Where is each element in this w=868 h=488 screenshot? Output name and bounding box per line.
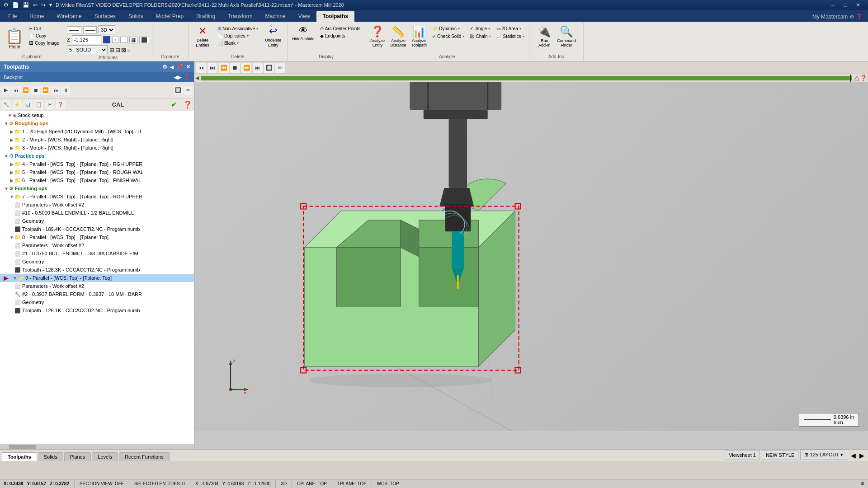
tree-item-op9-params[interactable]: ⬜ Parameters - Work offset #2 [0, 282, 194, 290]
bp-step-fwd-button[interactable]: ⏭ [51, 86, 60, 95]
tree-item-stock[interactable]: ▼ ◆ Stock setup [0, 111, 194, 119]
arc-center-button[interactable]: ⊙ Arc Center Points [318, 25, 362, 32]
tab-modelprep[interactable]: Model Prep [150, 11, 190, 22]
tree-item-op8-params[interactable]: ⬜ Parameters - Work offset #2 [0, 241, 194, 249]
delete-entities-button[interactable]: ✕ DeleteEntities [191, 24, 214, 49]
accept-button[interactable]: ✔ [171, 100, 177, 109]
tab-drafting[interactable]: Drafting [190, 11, 222, 22]
z-input[interactable] [72, 35, 101, 44]
tree-item-op9[interactable]: ▶ ▼ 📁 9 - Parallel - [WCS: Top] - [Tplan… [0, 274, 194, 282]
duplicates-button[interactable]: 📄 Duplicates ▾ [216, 33, 260, 39]
vp-skip-button[interactable]: ⏭ [253, 63, 263, 73]
tree-item-op8-tool[interactable]: ⬜ #1 - 0.3750 BULL ENDMILL - 3/8 DIA CAR… [0, 249, 194, 258]
close-button[interactable]: ✕ [852, 0, 864, 10]
endpoints-button[interactable]: ◆ Endpoints [318, 33, 362, 39]
line-width-selector[interactable]: —— [83, 26, 97, 33]
tab-solids-bottom[interactable]: Solids [38, 452, 63, 461]
tab-solids[interactable]: Solids [122, 11, 150, 22]
scrollbar-thumb[interactable] [9, 445, 36, 449]
tab-file[interactable]: File [2, 11, 23, 22]
vp-prev-button[interactable]: ⏪ [219, 63, 229, 73]
tp-close-icon[interactable]: ✕ [186, 64, 190, 70]
coord-mode-select[interactable]: 3D2D [99, 25, 115, 34]
vp-layout[interactable]: ⊞ 125 LAYOUT ▾ [800, 450, 847, 460]
linetype-icon[interactable]: ─ [120, 37, 127, 43]
vp-start-button[interactable]: ⏮ [196, 63, 206, 73]
tree-item-op8[interactable]: ▼ 📁 8 - Parallel - [WCS: Top] - [Tplane:… [0, 233, 194, 241]
tree-item-finishing[interactable]: ▼ ⚙ Finishing ops [0, 184, 194, 192]
tree-item-op8-toolpath[interactable]: ⬛ Toolpath - 128.3K - CCCACCTI2.NC - Pro… [0, 266, 194, 274]
bp-tool2-button[interactable]: ⚡ [13, 100, 22, 109]
quick-save2[interactable]: 💾 [23, 2, 29, 8]
analyze-toolpath-button[interactable]: 📊 AnalyzeToolpath [410, 24, 429, 48]
bp-step-back-button[interactable]: ⏮ [11, 86, 20, 95]
tree-item-op7-toolpath[interactable]: ⬛ Toolpath - 189.4K - CCCACCTI2.NC - Pro… [0, 225, 194, 233]
tab-recent-bottom[interactable]: Recent Functions [119, 452, 170, 461]
line-style-selector[interactable]: —— [67, 26, 81, 33]
quick-save[interactable]: 📄 [12, 2, 19, 8]
tab-home[interactable]: Home [23, 11, 50, 22]
bp-forward-button[interactable]: ⏩ [41, 86, 50, 95]
vp-arrow-left[interactable]: ◀ [849, 450, 858, 461]
quick-undo[interactable]: ↩ [33, 2, 38, 8]
undelete-button[interactable]: ↩ UndeleteEntity [262, 24, 284, 49]
tree-item-op7-tool[interactable]: ⬜ #10 - 0.5000 BALL ENDMILL - 1/2 BALL E… [0, 209, 194, 217]
cut-button[interactable]: ✂ Cut [27, 25, 61, 32]
bp-play-button[interactable]: ▶ [1, 86, 10, 95]
bp-help-icon[interactable]: ❓ [184, 74, 190, 80]
vp-view-mode-button[interactable]: 🔲 [264, 63, 274, 73]
tab-levels-bottom[interactable]: Levels [92, 452, 118, 461]
copy-image-button[interactable]: 🖼 Copy Image [27, 40, 61, 47]
tab-planes-bottom[interactable]: Planes [64, 452, 91, 461]
tree-item-op7[interactable]: ▼ 📁 7 - Parallel - [WCS: Top] - [Tplane:… [0, 192, 194, 201]
check-solid-button[interactable]: ✔ Check Solid ▾ [430, 33, 466, 40]
vp-arrow-right[interactable]: ▶ [858, 450, 866, 461]
bp-help2-button[interactable]: ❓ [56, 100, 65, 109]
toolpaths-tree[interactable]: ▼ ◆ Stock setup ▼ ⚙ Roughing ops ▶ 📁 1 -… [0, 111, 194, 444]
hatch-icon[interactable]: ▦ [129, 37, 137, 43]
non-associative-button[interactable]: ⊞ Non-Associative ▾ [216, 25, 260, 32]
tl-start-icon[interactable]: ◀ [195, 75, 199, 81]
vp-viewsheet[interactable]: Viewsheet 1 [725, 450, 760, 460]
tl-warning-icon[interactable]: ⚠ [854, 75, 860, 82]
bp-draw-button[interactable]: ✏ [184, 86, 193, 95]
point-style[interactable]: + [112, 37, 118, 43]
tree-item-op7-geom[interactable]: ⬜ Geometry [0, 217, 194, 225]
bp-pause-button[interactable]: ⏸ [61, 86, 70, 95]
tab-machine[interactable]: Machine [259, 11, 292, 22]
tree-item-op9-tool[interactable]: 🔧 #2 - 0.3937 BARREL FORM - 0.3937 - 10 … [0, 290, 194, 298]
bp-tool5-button[interactable]: ✂ [45, 100, 54, 109]
tab-surfaces[interactable]: Surfaces [88, 11, 122, 22]
analyze-distance-button[interactable]: 📏 AnalyzeDistance [389, 24, 408, 48]
vp-style[interactable]: NEW STYLE [762, 450, 799, 460]
vp-stop-button[interactable]: ⏹ [230, 63, 240, 73]
hide-unhide-button[interactable]: 👁 Hide/Unhide [290, 24, 316, 42]
cancel-button[interactable]: ❓ [183, 100, 192, 109]
bp-tool1-button[interactable]: 🔧 [2, 100, 11, 109]
maximize-button[interactable]: □ [839, 0, 852, 10]
tree-item-roughing[interactable]: ▼ ⚙ Roughing ops [0, 119, 194, 127]
angle-button[interactable]: ∠ Angle ▾ [468, 25, 492, 32]
tree-item-op8-geom[interactable]: ⬜ Geometry [0, 258, 194, 266]
tree-item-op9-geom[interactable]: ⬜ Geometry [0, 298, 194, 306]
tab-wireframe[interactable]: Wireframe [50, 11, 88, 22]
layer-select[interactable]: 5 : SOLID [67, 45, 108, 54]
tree-item-op4[interactable]: ▶ 📁 4 - Parallel - [WCS: Top] - [Tplane:… [0, 160, 194, 168]
minimize-button[interactable]: ─ [826, 0, 839, 10]
bp-view-button[interactable]: 🔲 [174, 86, 183, 95]
tree-item-op3[interactable]: ▶ 📁 3 - Morph - [WCS: Right] - [Tplane: … [0, 144, 194, 152]
tree-item-op6[interactable]: ▶ 📁 6 - Parallel - [WCS: Top] - [Tplane:… [0, 176, 194, 184]
statistics-button[interactable]: 📈 Statistics ▾ [495, 33, 526, 40]
tree-item-op7-params[interactable]: ⬜ Parameters - Work offset #2 [0, 201, 194, 209]
paste-button[interactable]: 📋 Paste [3, 24, 26, 53]
color-swatch[interactable] [103, 36, 110, 43]
bp-rewind-button[interactable]: ⏪ [21, 86, 30, 95]
chain-button[interactable]: ⛓ Chain ▾ [468, 33, 492, 40]
vp-draw-button[interactable]: ✏ [275, 63, 285, 73]
tree-item-practice[interactable]: ▼ ⚙ Practice ops [0, 152, 194, 160]
tl-help-icon[interactable]: ❓ [860, 75, 867, 81]
blank-button[interactable]: ⬜ Blank ▾ [216, 40, 260, 47]
run-addin-button[interactable]: 🔌 RunAdd-In [535, 24, 554, 48]
vp-end-button[interactable]: ⏭ [208, 63, 217, 73]
analyze-entity-button[interactable]: ❓ AnalyzeEntity [368, 24, 387, 48]
